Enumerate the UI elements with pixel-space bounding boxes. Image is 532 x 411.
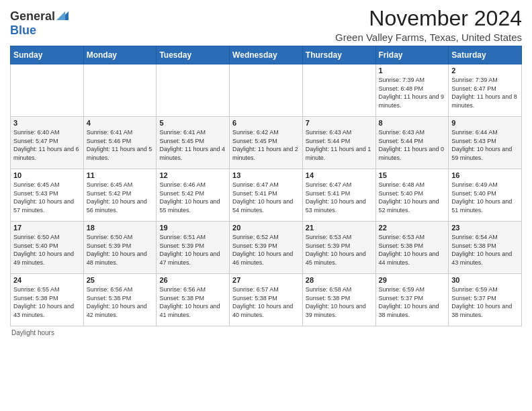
day-info: Sunrise: 6:47 AM Sunset: 5:41 PM Dayligh…: [306, 181, 373, 214]
day-info: Sunrise: 6:59 AM Sunset: 5:37 PM Dayligh…: [451, 285, 519, 319]
table-row: 11Sunrise: 6:45 AM Sunset: 5:42 PM Dayli…: [83, 169, 157, 222]
day-info: Sunrise: 6:53 AM Sunset: 5:39 PM Dayligh…: [306, 233, 373, 267]
day-number: 21: [306, 224, 373, 232]
table-row: 13Sunrise: 6:47 AM Sunset: 5:41 PM Dayli…: [230, 169, 303, 222]
day-number: 12: [159, 171, 226, 179]
header-sunday: Sunday: [11, 46, 84, 64]
table-row: 4Sunrise: 6:41 AM Sunset: 5:46 PM Daylig…: [83, 117, 157, 169]
calendar-table: Sunday Monday Tuesday Wednesday Thursday…: [10, 46, 522, 326]
table-row: 18Sunrise: 6:50 AM Sunset: 5:39 PM Dayli…: [83, 222, 157, 274]
day-number: 5: [159, 119, 226, 127]
table-row: [157, 64, 230, 117]
day-info: Sunrise: 6:50 AM Sunset: 5:39 PM Dayligh…: [87, 233, 154, 267]
day-number: 2: [451, 66, 519, 75]
table-row: 30Sunrise: 6:59 AM Sunset: 5:37 PM Dayli…: [449, 274, 522, 326]
table-row: 9Sunrise: 6:44 AM Sunset: 5:43 PM Daylig…: [449, 117, 522, 169]
day-info: Sunrise: 6:57 AM Sunset: 5:38 PM Dayligh…: [232, 285, 300, 319]
day-number: 11: [87, 171, 154, 179]
day-number: 10: [13, 171, 81, 179]
table-row: 12Sunrise: 6:46 AM Sunset: 5:42 PM Dayli…: [157, 169, 230, 222]
day-info: Sunrise: 6:42 AM Sunset: 5:45 PM Dayligh…: [232, 128, 300, 162]
day-info: Sunrise: 6:58 AM Sunset: 5:38 PM Dayligh…: [306, 285, 373, 319]
day-number: 7: [306, 119, 373, 127]
day-info: Sunrise: 6:53 AM Sunset: 5:38 PM Dayligh…: [379, 233, 446, 267]
day-info: Sunrise: 6:49 AM Sunset: 5:40 PM Dayligh…: [451, 181, 519, 214]
day-info: Sunrise: 6:52 AM Sunset: 5:39 PM Dayligh…: [232, 233, 300, 267]
table-row: 23Sunrise: 6:54 AM Sunset: 5:38 PM Dayli…: [449, 222, 522, 274]
header-thursday: Thursday: [302, 46, 375, 64]
table-row: 17Sunrise: 6:50 AM Sunset: 5:40 PM Dayli…: [11, 222, 84, 274]
day-number: 19: [159, 224, 226, 232]
table-row: 28Sunrise: 6:58 AM Sunset: 5:38 PM Dayli…: [302, 274, 375, 326]
day-info: Sunrise: 6:44 AM Sunset: 5:43 PM Dayligh…: [451, 128, 519, 162]
subtitle: Green Valley Farms, Texas, United States: [335, 32, 522, 43]
table-row: [302, 64, 375, 117]
day-info: Sunrise: 6:43 AM Sunset: 5:44 PM Dayligh…: [379, 128, 446, 162]
day-number: 29: [379, 276, 446, 284]
day-info: Sunrise: 6:41 AM Sunset: 5:45 PM Dayligh…: [159, 128, 226, 162]
logo-icon: [56, 9, 69, 21]
table-row: 20Sunrise: 6:52 AM Sunset: 5:39 PM Dayli…: [230, 222, 303, 274]
table-row: 6Sunrise: 6:42 AM Sunset: 5:45 PM Daylig…: [230, 117, 303, 169]
svg-marker-1: [56, 11, 65, 20]
calendar-week-row: 24Sunrise: 6:55 AM Sunset: 5:38 PM Dayli…: [11, 274, 522, 326]
table-row: 7Sunrise: 6:43 AM Sunset: 5:44 PM Daylig…: [302, 117, 375, 169]
header-tuesday: Tuesday: [157, 46, 230, 64]
day-number: 6: [232, 119, 300, 127]
day-info: Sunrise: 6:59 AM Sunset: 5:37 PM Dayligh…: [379, 285, 446, 319]
day-info: Sunrise: 6:45 AM Sunset: 5:42 PM Dayligh…: [87, 181, 154, 214]
daylight-hours-label: Daylight hours: [11, 329, 54, 336]
day-info: Sunrise: 6:50 AM Sunset: 5:40 PM Dayligh…: [13, 233, 81, 267]
table-row: 8Sunrise: 6:43 AM Sunset: 5:44 PM Daylig…: [375, 117, 449, 169]
table-row: [83, 64, 157, 117]
table-row: 16Sunrise: 6:49 AM Sunset: 5:40 PM Dayli…: [449, 169, 522, 222]
page-container: General Blue November 2024 Green Valley …: [0, 0, 532, 340]
calendar-week-row: 17Sunrise: 6:50 AM Sunset: 5:40 PM Dayli…: [11, 222, 522, 274]
day-number: 4: [87, 119, 154, 127]
day-info: Sunrise: 6:40 AM Sunset: 5:47 PM Dayligh…: [13, 128, 81, 162]
day-info: Sunrise: 6:54 AM Sunset: 5:38 PM Dayligh…: [451, 233, 519, 267]
day-number: 30: [451, 276, 519, 284]
table-row: 26Sunrise: 6:56 AM Sunset: 5:38 PM Dayli…: [157, 274, 230, 326]
table-row: 27Sunrise: 6:57 AM Sunset: 5:38 PM Dayli…: [230, 274, 303, 326]
logo-general: General: [10, 10, 55, 24]
table-row: 14Sunrise: 6:47 AM Sunset: 5:41 PM Dayli…: [302, 169, 375, 222]
day-number: 3: [13, 119, 81, 127]
day-number: 18: [87, 224, 154, 232]
table-row: 3Sunrise: 6:40 AM Sunset: 5:47 PM Daylig…: [11, 117, 84, 169]
footer: Daylight hours: [10, 329, 522, 336]
table-row: 5Sunrise: 6:41 AM Sunset: 5:45 PM Daylig…: [157, 117, 230, 169]
header-friday: Friday: [375, 46, 449, 64]
day-number: 28: [306, 276, 373, 284]
day-number: 9: [451, 119, 519, 127]
logo-blue: Blue: [10, 24, 36, 37]
day-info: Sunrise: 6:43 AM Sunset: 5:44 PM Dayligh…: [306, 128, 373, 162]
header-monday: Monday: [83, 46, 157, 64]
day-info: Sunrise: 7:39 AM Sunset: 6:47 PM Dayligh…: [451, 76, 519, 109]
table-row: 15Sunrise: 6:48 AM Sunset: 5:40 PM Dayli…: [375, 169, 449, 222]
day-number: 8: [379, 119, 446, 127]
day-number: 26: [159, 276, 226, 284]
table-row: 24Sunrise: 6:55 AM Sunset: 5:38 PM Dayli…: [11, 274, 84, 326]
logo: General Blue: [10, 9, 69, 38]
day-info: Sunrise: 6:51 AM Sunset: 5:39 PM Dayligh…: [159, 233, 226, 267]
table-row: 22Sunrise: 6:53 AM Sunset: 5:38 PM Dayli…: [375, 222, 449, 274]
day-number: 14: [306, 171, 373, 179]
day-info: Sunrise: 6:47 AM Sunset: 5:41 PM Dayligh…: [232, 181, 300, 214]
day-info: Sunrise: 6:56 AM Sunset: 5:38 PM Dayligh…: [159, 285, 226, 319]
table-row: 25Sunrise: 6:56 AM Sunset: 5:38 PM Dayli…: [83, 274, 157, 326]
month-title: November 2024: [335, 7, 522, 30]
calendar-week-row: 10Sunrise: 6:45 AM Sunset: 5:43 PM Dayli…: [11, 169, 522, 222]
table-row: [11, 64, 84, 117]
day-number: 13: [232, 171, 300, 179]
title-section: November 2024 Green Valley Farms, Texas,…: [335, 7, 522, 43]
day-info: Sunrise: 6:55 AM Sunset: 5:38 PM Dayligh…: [13, 285, 81, 319]
header-saturday: Saturday: [449, 46, 522, 64]
day-info: Sunrise: 6:46 AM Sunset: 5:42 PM Dayligh…: [159, 181, 226, 214]
day-info: Sunrise: 6:56 AM Sunset: 5:38 PM Dayligh…: [87, 285, 154, 319]
day-number: 23: [451, 224, 519, 232]
day-number: 16: [451, 171, 519, 179]
day-number: 25: [87, 276, 154, 284]
calendar-week-row: 1Sunrise: 7:39 AM Sunset: 6:48 PM Daylig…: [11, 64, 522, 117]
calendar-week-row: 3Sunrise: 6:40 AM Sunset: 5:47 PM Daylig…: [11, 117, 522, 169]
